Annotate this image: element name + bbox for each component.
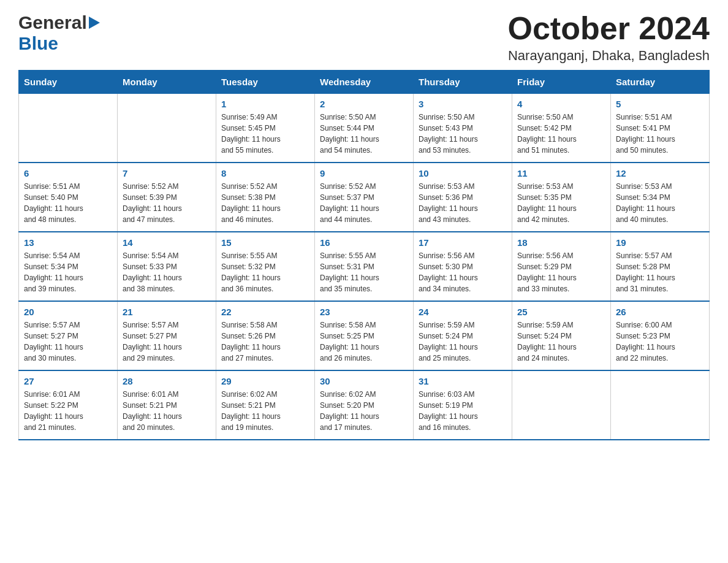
weekday-header-wednesday: Wednesday bbox=[315, 71, 414, 94]
day-info: Sunrise: 6:02 AMSunset: 5:20 PMDaylight:… bbox=[320, 389, 408, 433]
logo-general-text: General bbox=[18, 12, 87, 33]
weekday-header-saturday: Saturday bbox=[611, 71, 710, 94]
calendar-cell: 6Sunrise: 5:51 AMSunset: 5:40 PMDaylight… bbox=[19, 163, 118, 232]
calendar-cell: 30Sunrise: 6:02 AMSunset: 5:20 PMDayligh… bbox=[315, 370, 414, 440]
calendar-cell: 20Sunrise: 5:57 AMSunset: 5:27 PMDayligh… bbox=[19, 301, 118, 370]
calendar-cell: 2Sunrise: 5:50 AMSunset: 5:44 PMDaylight… bbox=[315, 94, 414, 163]
calendar-cell: 17Sunrise: 5:56 AMSunset: 5:30 PMDayligh… bbox=[414, 232, 512, 301]
calendar-cell: 23Sunrise: 5:58 AMSunset: 5:25 PMDayligh… bbox=[315, 301, 414, 370]
calendar-cell: 18Sunrise: 5:56 AMSunset: 5:29 PMDayligh… bbox=[512, 232, 611, 301]
day-number: 10 bbox=[419, 168, 507, 178]
day-info: Sunrise: 6:03 AMSunset: 5:19 PMDaylight:… bbox=[419, 389, 507, 433]
day-number: 18 bbox=[517, 237, 605, 248]
calendar-week-4: 20Sunrise: 5:57 AMSunset: 5:27 PMDayligh… bbox=[19, 301, 710, 370]
calendar-cell: 19Sunrise: 5:57 AMSunset: 5:28 PMDayligh… bbox=[611, 232, 710, 301]
day-info: Sunrise: 5:51 AMSunset: 5:40 PMDaylight:… bbox=[24, 181, 112, 225]
calendar-cell bbox=[512, 370, 611, 440]
calendar-cell: 10Sunrise: 5:53 AMSunset: 5:36 PMDayligh… bbox=[414, 163, 512, 232]
month-title: October 2024 bbox=[508, 12, 710, 44]
day-number: 22 bbox=[221, 307, 309, 317]
calendar-cell: 16Sunrise: 5:55 AMSunset: 5:31 PMDayligh… bbox=[315, 232, 414, 301]
calendar-header: SundayMondayTuesdayWednesdayThursdayFrid… bbox=[19, 71, 710, 94]
logo-arrow-icon bbox=[89, 17, 100, 29]
day-number: 20 bbox=[24, 307, 112, 317]
day-number: 5 bbox=[616, 99, 704, 109]
calendar-cell: 1Sunrise: 5:49 AMSunset: 5:45 PMDaylight… bbox=[216, 94, 315, 163]
location-text: Narayanganj, Dhaka, Bangladesh bbox=[508, 48, 710, 64]
day-number: 15 bbox=[221, 237, 309, 248]
calendar-cell: 26Sunrise: 6:00 AMSunset: 5:23 PMDayligh… bbox=[611, 301, 710, 370]
day-number: 30 bbox=[320, 376, 408, 386]
calendar-cell bbox=[611, 370, 710, 440]
day-info: Sunrise: 5:57 AMSunset: 5:27 PMDaylight:… bbox=[24, 320, 112, 364]
day-number: 26 bbox=[616, 307, 704, 317]
calendar-cell: 21Sunrise: 5:57 AMSunset: 5:27 PMDayligh… bbox=[118, 301, 216, 370]
calendar-cell: 24Sunrise: 5:59 AMSunset: 5:24 PMDayligh… bbox=[414, 301, 512, 370]
calendar-cell: 27Sunrise: 6:01 AMSunset: 5:22 PMDayligh… bbox=[19, 370, 118, 440]
day-number: 6 bbox=[24, 168, 112, 178]
day-number: 23 bbox=[320, 307, 408, 317]
day-info: Sunrise: 5:52 AMSunset: 5:37 PMDaylight:… bbox=[320, 181, 408, 225]
day-number: 17 bbox=[419, 237, 507, 248]
calendar-table: SundayMondayTuesdayWednesdayThursdayFrid… bbox=[18, 70, 710, 440]
day-info: Sunrise: 5:59 AMSunset: 5:24 PMDaylight:… bbox=[419, 320, 507, 364]
day-number: 25 bbox=[517, 307, 605, 317]
day-info: Sunrise: 5:53 AMSunset: 5:36 PMDaylight:… bbox=[419, 181, 507, 225]
day-number: 24 bbox=[419, 307, 507, 317]
calendar-week-3: 13Sunrise: 5:54 AMSunset: 5:34 PMDayligh… bbox=[19, 232, 710, 301]
day-info: Sunrise: 5:57 AMSunset: 5:27 PMDaylight:… bbox=[123, 320, 211, 364]
calendar-cell: 3Sunrise: 5:50 AMSunset: 5:43 PMDaylight… bbox=[414, 94, 512, 163]
calendar-cell: 5Sunrise: 5:51 AMSunset: 5:41 PMDaylight… bbox=[611, 94, 710, 163]
weekday-header-monday: Monday bbox=[118, 71, 216, 94]
day-number: 2 bbox=[320, 99, 408, 109]
logo: General Blue bbox=[18, 12, 100, 54]
page-header: General Blue October 2024 Narayanganj, D… bbox=[18, 12, 710, 64]
calendar-cell: 13Sunrise: 5:54 AMSunset: 5:34 PMDayligh… bbox=[19, 232, 118, 301]
calendar-week-1: 1Sunrise: 5:49 AMSunset: 5:45 PMDaylight… bbox=[19, 94, 710, 163]
day-info: Sunrise: 5:55 AMSunset: 5:31 PMDaylight:… bbox=[320, 250, 408, 294]
day-info: Sunrise: 5:54 AMSunset: 5:34 PMDaylight:… bbox=[24, 250, 112, 294]
day-info: Sunrise: 6:00 AMSunset: 5:23 PMDaylight:… bbox=[616, 320, 704, 364]
day-number: 16 bbox=[320, 237, 408, 248]
day-info: Sunrise: 5:56 AMSunset: 5:30 PMDaylight:… bbox=[419, 250, 507, 294]
day-number: 1 bbox=[221, 99, 309, 109]
day-number: 27 bbox=[24, 376, 112, 386]
weekday-header-friday: Friday bbox=[512, 71, 611, 94]
day-info: Sunrise: 6:01 AMSunset: 5:21 PMDaylight:… bbox=[123, 389, 211, 433]
logo-blue-text: Blue bbox=[18, 33, 58, 54]
calendar-body: 1Sunrise: 5:49 AMSunset: 5:45 PMDaylight… bbox=[19, 94, 710, 440]
day-number: 4 bbox=[517, 99, 605, 109]
day-info: Sunrise: 5:57 AMSunset: 5:28 PMDaylight:… bbox=[616, 250, 704, 294]
calendar-cell bbox=[118, 94, 216, 163]
day-number: 19 bbox=[616, 237, 704, 248]
day-number: 8 bbox=[221, 168, 309, 178]
day-number: 29 bbox=[221, 376, 309, 386]
day-info: Sunrise: 5:50 AMSunset: 5:43 PMDaylight:… bbox=[419, 112, 507, 156]
day-number: 11 bbox=[517, 168, 605, 178]
day-info: Sunrise: 5:49 AMSunset: 5:45 PMDaylight:… bbox=[221, 112, 309, 156]
day-info: Sunrise: 5:52 AMSunset: 5:38 PMDaylight:… bbox=[221, 181, 309, 225]
calendar-cell: 15Sunrise: 5:55 AMSunset: 5:32 PMDayligh… bbox=[216, 232, 315, 301]
day-info: Sunrise: 5:51 AMSunset: 5:41 PMDaylight:… bbox=[616, 112, 704, 156]
day-number: 12 bbox=[616, 168, 704, 178]
weekday-header-sunday: Sunday bbox=[19, 71, 118, 94]
day-number: 7 bbox=[123, 168, 211, 178]
weekday-header-tuesday: Tuesday bbox=[216, 71, 315, 94]
day-number: 21 bbox=[123, 307, 211, 317]
day-info: Sunrise: 5:55 AMSunset: 5:32 PMDaylight:… bbox=[221, 250, 309, 294]
calendar-cell: 28Sunrise: 6:01 AMSunset: 5:21 PMDayligh… bbox=[118, 370, 216, 440]
day-info: Sunrise: 5:54 AMSunset: 5:33 PMDaylight:… bbox=[123, 250, 211, 294]
day-number: 28 bbox=[123, 376, 211, 386]
day-info: Sunrise: 5:53 AMSunset: 5:35 PMDaylight:… bbox=[517, 181, 605, 225]
day-number: 31 bbox=[419, 376, 507, 386]
weekday-header-row: SundayMondayTuesdayWednesdayThursdayFrid… bbox=[19, 71, 710, 94]
title-section: October 2024 Narayanganj, Dhaka, Banglad… bbox=[508, 12, 710, 64]
weekday-header-thursday: Thursday bbox=[414, 71, 512, 94]
calendar-cell: 14Sunrise: 5:54 AMSunset: 5:33 PMDayligh… bbox=[118, 232, 216, 301]
calendar-week-5: 27Sunrise: 6:01 AMSunset: 5:22 PMDayligh… bbox=[19, 370, 710, 440]
day-info: Sunrise: 6:02 AMSunset: 5:21 PMDaylight:… bbox=[221, 389, 309, 433]
day-info: Sunrise: 5:58 AMSunset: 5:25 PMDaylight:… bbox=[320, 320, 408, 364]
day-info: Sunrise: 5:53 AMSunset: 5:34 PMDaylight:… bbox=[616, 181, 704, 225]
day-info: Sunrise: 5:50 AMSunset: 5:44 PMDaylight:… bbox=[320, 112, 408, 156]
calendar-cell: 7Sunrise: 5:52 AMSunset: 5:39 PMDaylight… bbox=[118, 163, 216, 232]
